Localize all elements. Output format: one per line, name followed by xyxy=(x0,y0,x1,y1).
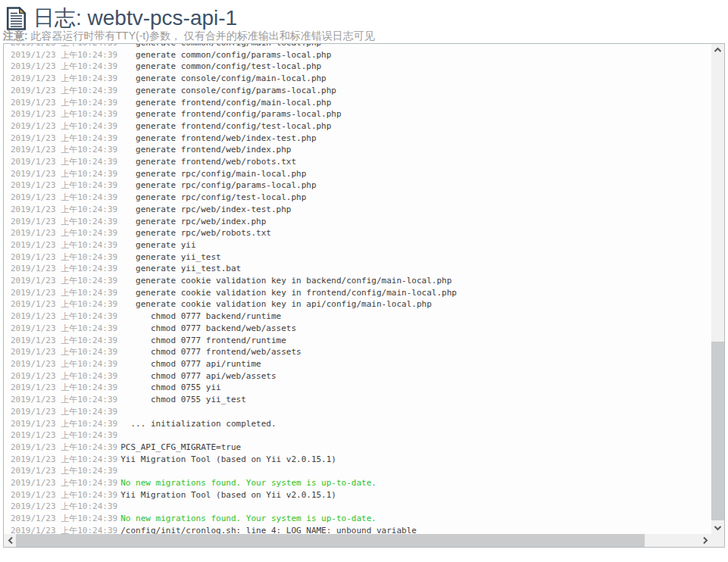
scrollbar-corner xyxy=(711,534,724,547)
log-message: generate rpc/web/index.php xyxy=(120,216,266,228)
log-message: chmod 0777 backend/runtime xyxy=(120,311,281,323)
log-message: generate cookie validation key in api/co… xyxy=(120,298,432,311)
log-timestamp: 2019/1/23 上午10:24:39 xyxy=(11,382,117,394)
scroll-down-button[interactable] xyxy=(711,522,724,534)
chevron-up-icon xyxy=(714,46,722,54)
log-timestamp: 2019/1/23 上午10:24:39 xyxy=(11,144,117,156)
log-line: 2019/1/23 上午10:24:39 generate frontend/w… xyxy=(4,133,711,145)
log-line: 2019/1/23 上午10:24:39 chmod 0755 yii xyxy=(4,382,711,394)
log-timestamp: 2019/1/23 上午10:24:39 xyxy=(11,85,117,97)
log-message: generate console/config/params-local.php xyxy=(120,85,336,97)
log-timestamp: 2019/1/23 上午10:24:39 xyxy=(11,108,117,120)
log-timestamp: 2019/1/23 上午10:24:39 xyxy=(11,216,117,228)
log-line: 2019/1/23 上午10:24:39 generate common/con… xyxy=(4,61,711,73)
log-line: 2019/1/23 上午10:24:39 generate rpc/config… xyxy=(4,168,711,180)
log-timestamp: 2019/1/23 上午10:24:39 xyxy=(11,251,117,264)
log-line: 2019/1/23 上午10:24:39 generate common/con… xyxy=(4,44,711,49)
log-line: 2019/1/23 上午10:24:39 generate yii_test xyxy=(4,251,711,264)
log-line: 2019/1/23 上午10:24:39 generate console/co… xyxy=(4,73,711,85)
log-line: 2019/1/23 上午10:24:39No new migrations fo… xyxy=(4,477,711,489)
log-message: generate frontend/web/robots.txt xyxy=(120,156,296,168)
log-timestamp: 2019/1/23 上午10:24:39 xyxy=(11,204,117,216)
vertical-scrollbar[interactable] xyxy=(711,44,724,534)
log-line: 2019/1/23 上午10:24:39 chmod 0777 backend/… xyxy=(4,323,711,335)
log-timestamp: 2019/1/23 上午10:24:39 xyxy=(11,298,117,311)
log-message: PCS_API_CFG_MIGRATE=true xyxy=(120,442,241,454)
log-line: 2019/1/23 上午10:24:39 chmod 0777 api/runt… xyxy=(4,358,711,370)
document-icon xyxy=(6,7,27,30)
log-message: ... initialization completed. xyxy=(120,418,276,430)
log-message: generate yii_test xyxy=(120,251,220,264)
log-timestamp: 2019/1/23 上午10:24:39 xyxy=(11,418,117,430)
log-timestamp: 2019/1/23 上午10:24:39 xyxy=(11,287,117,299)
scroll-right-button[interactable] xyxy=(698,534,711,547)
log-line: 2019/1/23 上午10:24:39Yii Migration Tool (… xyxy=(4,489,711,501)
log-line: 2019/1/23 上午10:24:39 generate cookie val… xyxy=(4,287,711,299)
scroll-up-button[interactable] xyxy=(711,44,724,56)
scroll-left-button[interactable] xyxy=(4,534,17,547)
log-line: 2019/1/23 上午10:24:39 ... initialization … xyxy=(4,418,711,430)
log-timestamp: 2019/1/23 上午10:24:39 xyxy=(11,429,117,442)
notice-text: 此容器运行时带有TTY(-t)参数， 仅有合并的标准输出和标准错误日志可见 xyxy=(28,30,375,42)
log-message: generate console/config/main-local.php xyxy=(120,73,327,85)
vertical-scrollbar-thumb[interactable] xyxy=(711,342,724,520)
log-message: generate common/config/main-local.php xyxy=(120,44,321,49)
log-line: 2019/1/23 上午10:24:39 generate frontend/c… xyxy=(4,97,711,109)
log-line: 2019/1/23 上午10:24:39No new migrations fo… xyxy=(4,513,711,525)
log-message: No new migrations found. Your system is … xyxy=(120,477,376,489)
log-timestamp: 2019/1/23 上午10:24:39 xyxy=(11,323,117,335)
horizontal-scrollbar-thumb[interactable] xyxy=(16,534,645,547)
log-timestamp: 2019/1/23 上午10:24:39 xyxy=(11,44,117,49)
log-timestamp: 2019/1/23 上午10:24:39 xyxy=(11,49,117,61)
log-line: 2019/1/23 上午10:24:39 generate frontend/w… xyxy=(4,156,711,168)
log-message: chmod 0777 frontend/runtime xyxy=(120,335,286,347)
tty-notice: 注意: 此容器运行时带有TTY(-t)参数， 仅有合并的标准输出和标准错误日志可… xyxy=(3,30,375,43)
page-header: 日志: webtv-pcs-api-1 xyxy=(6,4,237,33)
log-message: generate rpc/config/main-local.php xyxy=(120,168,306,180)
log-timestamp: 2019/1/23 上午10:24:39 xyxy=(11,263,117,275)
log-message: generate yii xyxy=(120,239,195,251)
log-message: Yii Migration Tool (based on Yii v2.0.15… xyxy=(120,454,336,466)
log-line: 2019/1/23 上午10:24:39 generate cookie val… xyxy=(4,298,711,311)
log-message: chmod 0755 yii_test xyxy=(120,394,246,406)
log-timestamp: 2019/1/23 上午10:24:39 xyxy=(11,442,117,454)
log-message: generate frontend/config/test-local.php xyxy=(120,120,331,133)
log-timestamp: 2019/1/23 上午10:24:39 xyxy=(11,97,117,109)
log-timestamp: 2019/1/23 上午10:24:39 xyxy=(11,275,117,287)
log-timestamp: 2019/1/23 上午10:24:39 xyxy=(11,370,117,382)
log-message: generate common/config/params-local.php xyxy=(120,49,331,61)
log-line: 2019/1/23 上午10:24:39 generate rpc/config… xyxy=(4,180,711,192)
log-message: Yii Migration Tool (based on Yii v2.0.15… xyxy=(120,489,336,501)
log-timestamp: 2019/1/23 上午10:24:39 xyxy=(11,358,117,370)
log-line: 2019/1/23 上午10:24:39 generate rpc/config… xyxy=(4,192,711,204)
log-lines: 2019/1/23 上午10:24:39 generate common/con… xyxy=(4,44,711,534)
log-timestamp: 2019/1/23 上午10:24:39 xyxy=(11,61,117,73)
log-message: chmod 0777 backend/web/assets xyxy=(120,323,296,335)
log-timestamp: 2019/1/23 上午10:24:39 xyxy=(11,489,117,501)
log-message: generate frontend/config/params-local.ph… xyxy=(120,108,341,120)
horizontal-scrollbar[interactable] xyxy=(4,534,711,547)
log-line: 2019/1/23 上午10:24:39 generate rpc/web/in… xyxy=(4,204,711,216)
log-line: 2019/1/23 上午10:24:39 chmod 0777 api/web/… xyxy=(4,370,711,382)
log-message: generate common/config/test-local.php xyxy=(120,61,321,73)
log-line: 2019/1/23 上午10:24:39 generate common/con… xyxy=(4,49,711,61)
log-timestamp: 2019/1/23 上午10:24:39 xyxy=(11,394,117,406)
notice-label: 注意: xyxy=(3,30,28,42)
log-message: generate yii_test.bat xyxy=(120,263,241,275)
log-panel: 2019/1/23 上午10:24:39 generate common/con… xyxy=(3,43,725,548)
chevron-left-icon xyxy=(7,536,14,545)
log-timestamp: 2019/1/23 上午10:24:39 xyxy=(11,227,117,239)
log-line: 2019/1/23 上午10:24:39 generate yii_test.b… xyxy=(4,263,711,275)
log-timestamp: 2019/1/23 上午10:24:39 xyxy=(11,477,117,489)
log-message: generate cookie validation key in backen… xyxy=(120,275,451,287)
chevron-right-icon xyxy=(701,536,709,545)
log-line: 2019/1/23 上午10:24:39 generate frontend/w… xyxy=(4,144,711,156)
log-line: 2019/1/23 上午10:24:39 xyxy=(4,465,711,477)
log-line: 2019/1/23 上午10:24:39 xyxy=(4,429,711,442)
log-timestamp: 2019/1/23 上午10:24:39 xyxy=(11,156,117,168)
page-title: 日志: webtv-pcs-api-1 xyxy=(33,4,237,33)
log-message: /config/init/cronlog.sh: line 4: LOG_NAM… xyxy=(120,525,417,534)
log-timestamp: 2019/1/23 上午10:24:39 xyxy=(11,180,117,192)
log-viewport[interactable]: 2019/1/23 上午10:24:39 generate common/con… xyxy=(4,44,711,534)
log-message: generate rpc/web/robots.txt xyxy=(120,227,271,239)
